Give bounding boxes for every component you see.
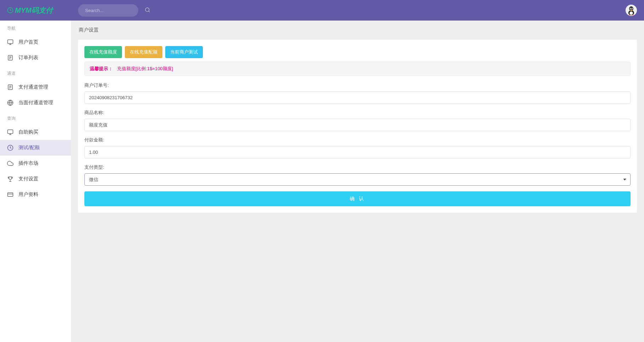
paytype-label: 支付类型: <box>84 164 631 170</box>
search-box[interactable] <box>78 4 138 17</box>
amount-label: 付款金额: <box>84 137 631 143</box>
form-group-amount: 付款金额: <box>84 137 631 158</box>
submit-button[interactable]: 确 认 <box>84 191 631 206</box>
tab-buttons: 在线充值额度 在线充值配额 当前商户测试 <box>84 46 631 58</box>
tab-recharge-quota[interactable]: 在线充值配额 <box>125 46 162 58</box>
svg-rect-11 <box>8 40 13 44</box>
trophy-icon <box>7 176 13 182</box>
sidebar-item-home[interactable]: 用户首页 <box>0 34 71 50</box>
sidebar-item-label: 自助购买 <box>18 129 38 135</box>
sidebar-section-nav: 导航 <box>0 21 71 34</box>
form-group-order: 商户订单号: <box>84 82 631 104</box>
form-group-paytype: 支付类型: 微信 <box>84 164 631 186</box>
sidebar-item-label: 订单列表 <box>18 55 38 61</box>
sidebar-item-user-profile[interactable]: 用户资料 <box>0 187 71 202</box>
alert-tip: 温馨提示： 充值额度[比例:1$=100额度] <box>84 62 631 76</box>
sidebar-item-label: 测试/配额 <box>18 145 40 151</box>
alert-label: 温馨提示： <box>90 66 113 71</box>
amount-input[interactable] <box>84 146 631 158</box>
monitor-icon <box>7 39 13 45</box>
alert-text: 充值额度[比例:1$=100额度] <box>117 66 173 71</box>
sidebar-item-test-quota[interactable]: 测试/配额 <box>0 140 71 156</box>
sidebar-item-selfbuy[interactable]: 自助购买 <box>0 124 71 140</box>
logo-text: MYM码支付 <box>15 6 53 15</box>
sidebar-item-label: 插件市场 <box>18 160 38 167</box>
cloud-icon <box>7 160 13 167</box>
tab-merchant-test[interactable]: 当前商户测试 <box>165 46 203 58</box>
search-icon[interactable] <box>145 7 150 14</box>
product-input[interactable] <box>84 119 631 131</box>
form-group-product: 商品名称: <box>84 110 631 131</box>
svg-point-8 <box>632 9 633 9</box>
logo-icon <box>7 7 13 13</box>
svg-rect-28 <box>8 193 13 197</box>
main-content: 商户设置 在线充值额度 在线充值配额 当前商户测试 温馨提示： 充值额度[比例:… <box>71 21 644 342</box>
sidebar-item-pay-settings[interactable]: 支付设置 <box>0 171 71 187</box>
sidebar-section-query: 查询 <box>0 111 71 124</box>
svg-point-7 <box>630 9 631 9</box>
sidebar-item-plugin-market[interactable]: 插件市场 <box>0 156 71 171</box>
sidebar-item-label: 支付通道管理 <box>18 84 48 90</box>
clock-icon <box>7 145 13 151</box>
sidebar-item-label: 当面付通道管理 <box>18 100 53 106</box>
sidebar-item-label: 用户首页 <box>18 39 38 45</box>
sidebar-section-channel: 通道 <box>0 66 71 79</box>
sidebar-item-orders[interactable]: 订单列表 <box>0 50 71 66</box>
card: 在线充值额度 在线充值配额 当前商户测试 温馨提示： 充值额度[比例:1$=10… <box>78 40 637 213</box>
sidebar-item-pay-channel[interactable]: 支付通道管理 <box>0 79 71 95</box>
list-icon <box>7 84 13 90</box>
sidebar-item-face-pay[interactable]: 当面付通道管理 <box>0 95 71 111</box>
avatar[interactable] <box>626 5 637 16</box>
sidebar: 导航 用户首页 订单列表 通道 支付通道管理 当面付通道管理 查询 自助购买 测… <box>0 21 71 342</box>
logo[interactable]: MYM码支付 <box>7 6 71 15</box>
tab-recharge-limit[interactable]: 在线充值额度 <box>84 46 122 58</box>
svg-rect-24 <box>8 130 13 134</box>
list-icon <box>7 55 13 61</box>
sidebar-item-label: 用户资料 <box>18 191 38 198</box>
monitor-icon <box>7 129 13 135</box>
order-input[interactable] <box>84 91 631 104</box>
svg-line-2 <box>149 11 150 12</box>
svg-point-10 <box>629 12 633 15</box>
svg-point-1 <box>145 8 149 12</box>
sidebar-item-label: 支付设置 <box>18 176 38 182</box>
order-label: 商户订单号: <box>84 82 631 89</box>
header: MYM码支付 <box>0 0 644 21</box>
product-label: 商品名称: <box>84 110 631 116</box>
svg-point-9 <box>630 10 632 11</box>
page-title: 商户设置 <box>71 21 644 40</box>
globe-icon <box>7 100 13 106</box>
search-input[interactable] <box>85 8 145 13</box>
card-icon <box>7 191 13 198</box>
paytype-select[interactable]: 微信 <box>84 173 631 186</box>
